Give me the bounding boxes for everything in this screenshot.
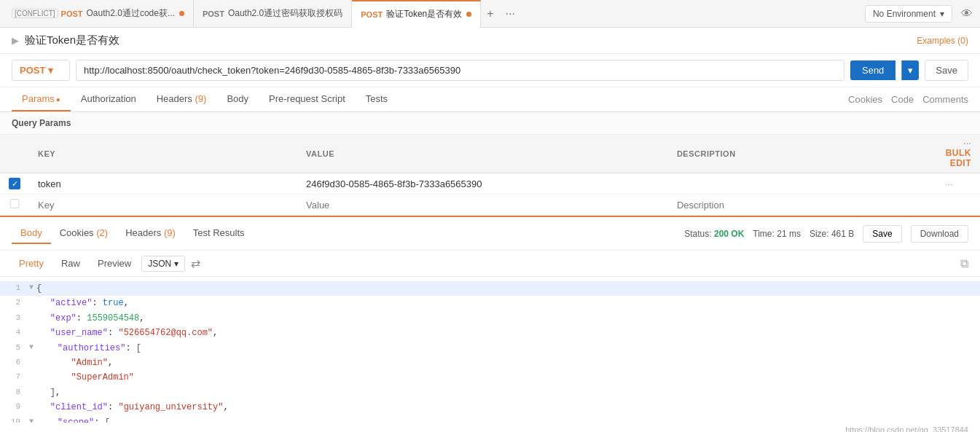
format-pretty-button[interactable]: Pretty — [12, 255, 51, 272]
param-value-placeholder[interactable] — [297, 195, 668, 216]
cookies-link[interactable]: Cookies — [848, 94, 882, 105]
resp-headers-label: Headers — [125, 227, 161, 238]
param-actions-placeholder — [936, 195, 980, 216]
param-desc-token[interactable] — [668, 173, 936, 195]
col-key: KEY — [29, 135, 297, 173]
param-key-placeholder[interactable] — [29, 195, 297, 216]
tab-post-password[interactable]: POST Oauth2.0通过密码获取授权码 — [194, 0, 352, 28]
tab-body[interactable]: Body — [216, 87, 259, 111]
param-actions-token[interactable]: ··· — [936, 173, 980, 195]
code-link[interactable]: Code — [891, 94, 914, 105]
param-checkbox-token[interactable]: ✓ — [0, 173, 29, 195]
tab3-method: POST — [361, 10, 383, 19]
code-line-7: 7 "SuperAdmin" — [0, 370, 980, 385]
checkbox-checked-icon: ✓ — [9, 178, 20, 189]
copy-icon[interactable]: ⧉ — [960, 257, 968, 270]
line-num-4: 4 — [0, 326, 29, 339]
wrap-icon[interactable]: ⇄ — [191, 256, 200, 270]
resp-body-label: Body — [20, 227, 42, 238]
send-dropdown-button[interactable]: ▾ — [901, 60, 919, 80]
line-num-8: 8 — [0, 385, 29, 399]
param-key-input[interactable] — [38, 200, 289, 211]
req-tab-right: Cookies Code Comments — [848, 94, 968, 105]
more-icon[interactable]: ··· — [506, 7, 515, 20]
env-selector: No Environment ▾ 👁 — [865, 5, 977, 23]
param-checkbox-empty[interactable] — [9, 199, 20, 208]
size-value: 461 B — [831, 229, 854, 239]
tab1-method: POST — [61, 9, 83, 18]
method-select[interactable]: POST ▾ — [12, 60, 70, 81]
code-line-9: 9 "client_id": "guiyang_university", — [0, 400, 980, 415]
comments-link[interactable]: Comments — [922, 94, 968, 105]
env-arrow-icon: ▾ — [940, 9, 944, 19]
resp-test-results-label: Test Results — [193, 227, 245, 238]
method-label: POST — [20, 65, 45, 76]
line-content-3: "exp": 1559054548, — [29, 311, 144, 326]
request-tabs: Params● Authorization Headers (9) Body P… — [0, 87, 980, 112]
line-num-9: 9 — [0, 400, 29, 414]
line-num-1: 1 — [0, 281, 29, 295]
resp-status: Status: 200 OK Time: 21 ms Size: 461 B S… — [684, 225, 968, 243]
param-value-input[interactable] — [306, 200, 659, 211]
tab-prerequest[interactable]: Pre-request Script — [259, 87, 356, 111]
status-value: 200 OK — [714, 229, 744, 239]
tab-add[interactable]: + — [481, 7, 499, 20]
plus-icon[interactable]: + — [487, 7, 493, 20]
env-dropdown[interactable]: No Environment ▾ — [865, 5, 952, 23]
param-checkbox-placeholder[interactable] — [0, 195, 29, 216]
save-response-button[interactable]: Save — [863, 225, 901, 243]
time-label: Time: 21 ms — [753, 229, 801, 239]
eye-icon[interactable]: 👁 — [957, 7, 977, 20]
line-num-3: 3 — [0, 311, 29, 325]
resp-tab-body[interactable]: Body — [12, 223, 51, 244]
param-value-token[interactable]: 246f9d30-0585-4865-8f3b-7333a6565390 — [297, 173, 668, 195]
toggle-10[interactable]: ▼ — [29, 415, 34, 423]
tab-headers[interactable]: Headers (9) — [146, 87, 217, 111]
format-json-label: JSON — [148, 259, 171, 269]
param-desc-input[interactable] — [677, 200, 928, 211]
resp-tab-cookies[interactable]: Cookies (2) — [51, 223, 117, 244]
tab-tests[interactable]: Tests — [356, 87, 398, 111]
tab-more[interactable]: ··· — [500, 7, 521, 20]
line-content-4: "user_name": "526654762@qq.com", — [29, 326, 218, 340]
tests-label: Tests — [366, 93, 388, 104]
format-raw-button[interactable]: Raw — [54, 255, 87, 272]
tab-authorization[interactable]: Authorization — [71, 87, 146, 111]
line-num-2: 2 — [0, 296, 29, 310]
param-row-token: ✓ token 246f9d30-0585-4865-8f3b-7333a656… — [0, 173, 980, 195]
code-line-6: 6 "Admin", — [0, 356, 980, 370]
code-line-5: 5 ▼ "authorities": [ — [0, 341, 980, 356]
request-title-bar: ▶ 验证Token是否有效 Examples (0) — [0, 28, 980, 54]
download-button[interactable]: Download — [911, 225, 968, 243]
status-label: Status: 200 OK — [684, 229, 744, 239]
line-num-10: 10 — [0, 415, 29, 423]
headers-badge: (9) — [192, 93, 207, 104]
line-num-7: 7 — [0, 370, 29, 384]
env-label: No Environment — [873, 9, 936, 19]
resp-cookies-badge: (2) — [96, 227, 108, 238]
toggle-1[interactable]: ▼ — [29, 281, 34, 294]
examples-link[interactable]: Examples (0) — [917, 36, 968, 46]
col-actions-dots[interactable]: ··· — [963, 139, 971, 148]
code-line-1: 1 ▼ { — [0, 281, 980, 296]
tab-conflict-post[interactable]: [CONFLICT] POST Oauth2.0通过code获... — [3, 0, 194, 28]
url-input[interactable] — [76, 60, 844, 81]
save-button[interactable]: Save — [925, 60, 968, 81]
line-num-6: 6 — [0, 356, 29, 369]
format-select[interactable]: JSON ▾ — [141, 256, 185, 272]
format-preview-button[interactable]: Preview — [90, 255, 138, 272]
param-desc-placeholder[interactable] — [668, 195, 936, 216]
tab-params[interactable]: Params● — [12, 87, 71, 111]
time-value: 21 ms — [777, 229, 801, 239]
bulk-edit-link[interactable]: Bulk Edit — [946, 148, 971, 168]
line-content-6: "Admin", — [29, 356, 113, 370]
send-button[interactable]: Send — [850, 60, 895, 80]
param-key-token[interactable]: token — [29, 173, 297, 195]
expand-arrow-icon: ▶ — [12, 35, 19, 46]
resp-tab-test-results[interactable]: Test Results — [184, 223, 254, 244]
toggle-5[interactable]: ▼ — [29, 341, 34, 353]
tab-verify-token[interactable]: POST 验证Token是否有效 — [352, 0, 481, 28]
method-dropdown-icon: ▾ — [48, 65, 53, 76]
line-content-8: ], — [29, 385, 60, 400]
resp-tab-headers[interactable]: Headers (9) — [117, 223, 184, 244]
